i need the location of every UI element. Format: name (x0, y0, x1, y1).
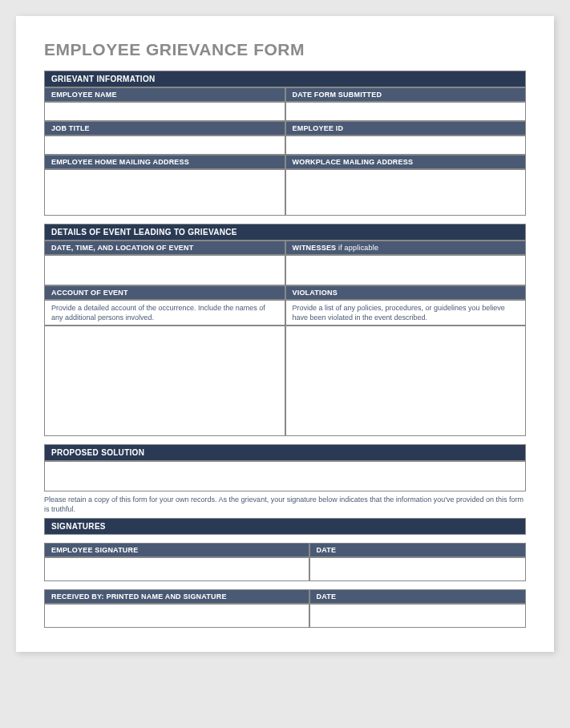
form-page: EMPLOYEE GRIEVANCE FORM GRIEVANT INFORMA… (16, 16, 554, 652)
input-received-by[interactable] (44, 604, 309, 628)
label-violations: VIOLATIONS (285, 285, 527, 300)
instruction-violations: Provide a list of any policies, procedur… (285, 300, 527, 326)
input-employee-name[interactable] (44, 102, 285, 121)
input-witnesses[interactable] (285, 255, 527, 285)
label-witnesses-note: if applicable (336, 244, 378, 252)
label-job-title: JOB TITLE (44, 121, 285, 135)
input-violations[interactable] (285, 326, 527, 436)
input-date-time-location[interactable] (44, 255, 285, 285)
label-received-by: RECEIVED BY: PRINTED NAME AND SIGNATURE (44, 589, 309, 604)
input-employee-signature[interactable] (44, 557, 309, 581)
section-event-details-header: DETAILS OF EVENT LEADING TO GRIEVANCE (44, 224, 526, 241)
input-home-address[interactable] (44, 169, 285, 216)
page-title: EMPLOYEE GRIEVANCE FORM (44, 40, 526, 59)
instruction-account: Provide a detailed account of the occurr… (44, 300, 285, 326)
input-workplace-address[interactable] (285, 169, 527, 216)
input-employee-id[interactable] (285, 135, 527, 155)
input-proposed-solution[interactable] (44, 461, 526, 491)
section-grievant-info-header: GRIEVANT INFORMATION (44, 71, 526, 87)
label-witnesses: WITNESSES if applicable (285, 241, 527, 255)
label-employee-name: EMPLOYEE NAME (44, 87, 285, 102)
label-workplace-address: WORKPLACE MAILING ADDRESS (285, 155, 527, 169)
input-job-title[interactable] (44, 135, 285, 155)
label-account: ACCOUNT OF EVENT (44, 285, 285, 300)
section-signatures-header: SIGNATURES (44, 518, 526, 535)
input-account[interactable] (44, 326, 285, 436)
label-received-date: DATE (309, 589, 526, 604)
label-date-submitted: DATE FORM SUBMITTED (285, 87, 527, 102)
input-received-date[interactable] (309, 604, 526, 628)
label-employee-id: EMPLOYEE ID (285, 121, 527, 135)
disclaimer-text: Please retain a copy of this form for yo… (44, 491, 526, 517)
input-signature-date[interactable] (309, 557, 526, 581)
label-home-address: EMPLOYEE HOME MAILING ADDRESS (44, 155, 285, 169)
input-date-submitted[interactable] (285, 102, 527, 121)
section-proposed-solution-header: PROPOSED SOLUTION (44, 444, 526, 461)
label-witnesses-text: WITNESSES (293, 244, 337, 252)
label-date-time-location: DATE, TIME, AND LOCATION OF EVENT (44, 241, 285, 255)
label-signature-date: DATE (309, 543, 526, 557)
label-employee-signature: EMPLOYEE SIGNATURE (44, 543, 309, 557)
